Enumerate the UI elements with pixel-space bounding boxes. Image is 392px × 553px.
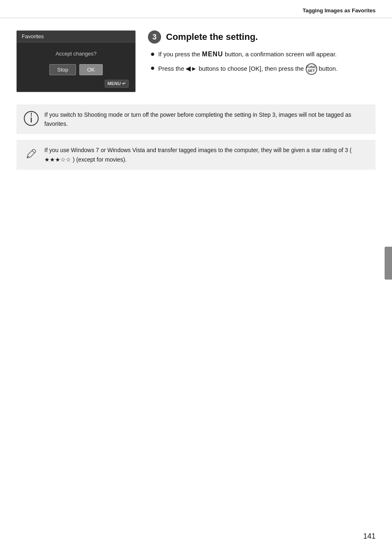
- menu-label: MENU: [108, 81, 121, 86]
- header-title: Tagging Images as Favorites: [303, 7, 376, 14]
- bullet-dot-1: ●: [150, 50, 155, 59]
- arrow-lr-icon: ◀►: [186, 65, 197, 72]
- screenshot-buttons: Stop OK: [22, 64, 130, 75]
- note-box-info: If you use Windows 7 or Windows Vista an…: [16, 140, 376, 170]
- bullet-2-text: Press the ◀► buttons to choose [OK], the…: [158, 63, 338, 75]
- bullet-1-text: If you press the MENU button, a confirma…: [158, 49, 337, 59]
- right-edge-tab: [385, 247, 392, 280]
- step-number-title: 3 Complete the setting.: [148, 30, 376, 44]
- step-bullet-2: ● Press the ◀► buttons to choose [OK], t…: [150, 63, 376, 75]
- step-number: 3: [152, 33, 157, 42]
- note-box-warning: ! If you switch to Shooting mode or turn…: [16, 104, 376, 134]
- screenshot-label: Accept changes?: [22, 51, 130, 57]
- step-number-circle: 3: [148, 30, 161, 44]
- screenshot-title-bar: Favorites: [17, 31, 135, 42]
- screenshot-title: Favorites: [22, 33, 44, 39]
- note-info-text: If you use Windows 7 or Windows Vista an…: [44, 146, 368, 164]
- ok-button-display: OK: [79, 64, 103, 75]
- screenshot-box: Favorites Accept changes? Stop OK MENU ↵: [16, 30, 136, 92]
- note-warning-text: If you switch to Shooting mode or turn o…: [44, 110, 368, 129]
- warning-icon: !: [24, 111, 39, 126]
- info-pencil-icon: [24, 146, 39, 161]
- step-bullets: ● If you press the MENU button, a confir…: [150, 49, 376, 75]
- step-content: 3 Complete the setting. ● If you press t…: [148, 30, 376, 79]
- menu-key-inline: MENU: [202, 51, 223, 58]
- page-header: Tagging Images as Favorites: [0, 0, 392, 18]
- step-row: Favorites Accept changes? Stop OK MENU ↵: [16, 30, 376, 92]
- menu-badge: MENU ↵: [105, 80, 129, 88]
- page-number: 141: [363, 532, 376, 541]
- step-bullet-1: ● If you press the MENU button, a confir…: [150, 49, 376, 59]
- menu-arrow: ↵: [122, 81, 126, 86]
- svg-line-3: [32, 150, 35, 153]
- func-set-button-icon: FUNCSET: [306, 63, 317, 75]
- screenshot-body: Accept changes? Stop OK MENU ↵: [17, 42, 135, 92]
- bullet-dot-2: ●: [150, 64, 155, 73]
- main-content: Favorites Accept changes? Stop OK MENU ↵: [0, 18, 392, 192]
- svg-text:!: !: [30, 111, 32, 118]
- step-title: Complete the setting.: [166, 32, 258, 42]
- screenshot-menu-row: MENU ↵: [22, 79, 129, 88]
- stop-button-display: Stop: [49, 64, 76, 75]
